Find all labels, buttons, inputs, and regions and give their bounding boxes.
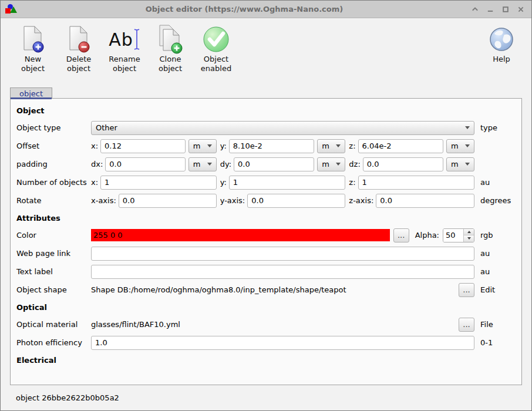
rotate-x-input[interactable] bbox=[119, 194, 217, 208]
alpha-input[interactable] bbox=[443, 229, 463, 242]
alpha-up-button[interactable] bbox=[464, 229, 474, 235]
titlebar: Object editor (https://www.Oghma-Nano.co… bbox=[1, 1, 531, 18]
photon-efficiency-suffix: 0-1 bbox=[480, 338, 516, 347]
offset-row: Offset x: m y: m z: bbox=[16, 137, 516, 155]
web-page-link-label: Web page link bbox=[16, 249, 91, 258]
web-page-link-row: Web page link au bbox=[16, 244, 516, 262]
padding-dy-input[interactable] bbox=[234, 157, 314, 171]
object-editor-window: Object editor (https://www.Oghma-Nano.co… bbox=[0, 0, 532, 411]
rotate-y-input[interactable] bbox=[247, 194, 345, 208]
window-title: Object editor (https://www.Oghma-Nano.co… bbox=[17, 5, 472, 14]
padding-dx-unit-select[interactable]: m bbox=[188, 157, 217, 171]
text-label-label: Text label bbox=[16, 267, 91, 276]
help-label: Help bbox=[493, 55, 510, 64]
object-shape-browse-button[interactable]: ... bbox=[459, 283, 474, 297]
count-x-input[interactable] bbox=[100, 176, 217, 190]
globe-icon bbox=[489, 24, 514, 55]
rotate-unit-suffix: degrees bbox=[480, 196, 516, 205]
chevron-down-icon bbox=[465, 144, 470, 147]
optical-material-browse-button[interactable]: ... bbox=[459, 318, 474, 332]
clone-object-label: Clone bbox=[159, 55, 182, 64]
color-unit-suffix: rgb bbox=[480, 231, 516, 240]
object-shape-row: Object shape Shape DB:/home/rod/oghma/og… bbox=[16, 281, 516, 299]
chevron-down-icon bbox=[465, 126, 470, 129]
color-row: Color 255 0 0 ... Alpha: rgb bbox=[16, 226, 516, 244]
close-button[interactable] bbox=[517, 6, 524, 13]
object-enabled-button[interactable]: Object enabled bbox=[194, 24, 238, 73]
photon-efficiency-label: Photon efficiency bbox=[16, 338, 91, 347]
web-page-link-suffix: au bbox=[480, 249, 516, 258]
chevron-down-icon bbox=[207, 144, 212, 147]
enabled-check-icon bbox=[201, 24, 231, 55]
optical-material-row: Optical material glasses/flint/BAF10.yml… bbox=[16, 315, 516, 333]
document-new-icon bbox=[19, 24, 46, 55]
photon-efficiency-row: Photon efficiency 0-1 bbox=[16, 333, 516, 352]
offset-x-input[interactable] bbox=[100, 139, 186, 153]
rotate-z-input[interactable] bbox=[376, 194, 474, 208]
offset-z-input[interactable] bbox=[358, 139, 443, 153]
color-browse-button[interactable]: ... bbox=[393, 228, 409, 242]
object-enabled-label: Object bbox=[201, 55, 231, 64]
padding-row: padding dx: m dy: m dz: bbox=[16, 155, 516, 173]
new-object-button[interactable]: New object bbox=[11, 24, 55, 73]
document-delete-icon bbox=[65, 24, 92, 55]
chevron-down-icon bbox=[336, 144, 341, 147]
padding-dz-input[interactable] bbox=[363, 157, 443, 171]
status-text: object 26bbe2622b0b05a2 bbox=[16, 393, 119, 402]
text-label-input[interactable] bbox=[91, 265, 474, 279]
object-shape-suffix: Edit bbox=[480, 285, 516, 294]
text-label-suffix: au bbox=[480, 267, 516, 276]
padding-dz-unit-select[interactable]: m bbox=[446, 157, 474, 171]
rotate-label: Rotate bbox=[16, 196, 91, 205]
clone-object-button[interactable]: Clone object bbox=[149, 24, 192, 73]
status-bar: object 26bbe2622b0b05a2 bbox=[1, 385, 531, 410]
padding-dx-input[interactable] bbox=[105, 157, 185, 171]
object-type-select[interactable]: Other bbox=[91, 121, 474, 135]
offset-z-unit-select[interactable]: m bbox=[446, 139, 474, 153]
count-y-input[interactable] bbox=[229, 176, 346, 190]
color-swatch[interactable]: 255 0 0 bbox=[91, 229, 390, 241]
offset-label: Offset bbox=[16, 142, 91, 150]
rename-object-button[interactable]: Ab Rename object bbox=[103, 24, 146, 73]
help-button[interactable]: Help bbox=[480, 24, 523, 64]
alpha-spinner[interactable] bbox=[443, 228, 474, 242]
minimize-icon bbox=[487, 6, 494, 13]
offset-y-unit-select[interactable]: m bbox=[317, 139, 345, 153]
object-shape-path: Shape DB:/home/rod/oghma/oghma8.0/inp_te… bbox=[91, 285, 346, 294]
app-icon bbox=[5, 4, 17, 15]
section-heading-optical: Optical bbox=[16, 299, 516, 315]
offset-y-input[interactable] bbox=[229, 139, 315, 153]
rename-icon: Ab bbox=[109, 24, 140, 55]
delete-object-button[interactable]: Delete object bbox=[57, 24, 100, 73]
object-type-row: Object type Other type bbox=[16, 119, 516, 137]
padding-label: padding bbox=[16, 160, 91, 169]
web-page-link-input[interactable] bbox=[91, 247, 474, 261]
optical-material-suffix: File bbox=[480, 320, 516, 329]
maximize-button[interactable] bbox=[502, 6, 509, 13]
chevron-up-icon bbox=[472, 6, 479, 13]
chevron-down-icon bbox=[336, 163, 341, 166]
minimize-button[interactable] bbox=[487, 6, 494, 13]
section-heading-electrical: Electrical bbox=[16, 352, 516, 368]
alpha-down-button[interactable] bbox=[464, 235, 474, 242]
color-label: Color bbox=[16, 231, 91, 240]
chevron-down-icon bbox=[465, 163, 470, 166]
delete-object-label: Delete bbox=[66, 55, 92, 64]
photon-efficiency-input[interactable] bbox=[91, 336, 474, 350]
close-icon bbox=[517, 6, 524, 13]
shade-button[interactable] bbox=[472, 6, 479, 13]
number-of-objects-label: Number of objects bbox=[16, 178, 91, 187]
optical-material-path: glasses/flint/BAF10.yml bbox=[91, 320, 180, 329]
padding-dy-unit-select[interactable]: m bbox=[317, 157, 345, 171]
chevron-down-icon bbox=[207, 163, 212, 166]
count-z-input[interactable] bbox=[358, 176, 474, 190]
tab-object[interactable]: object bbox=[10, 87, 52, 99]
document-clone-icon bbox=[157, 24, 184, 55]
offset-x-unit-select[interactable]: m bbox=[188, 139, 217, 153]
optical-material-label: Optical material bbox=[16, 320, 91, 329]
object-form-panel: Object Object type Other type Offset x: … bbox=[10, 98, 522, 385]
triangle-down-icon bbox=[467, 237, 471, 240]
text-label-row: Text label au bbox=[16, 262, 516, 281]
object-shape-label: Object shape bbox=[16, 285, 91, 294]
maximize-icon bbox=[502, 6, 509, 13]
